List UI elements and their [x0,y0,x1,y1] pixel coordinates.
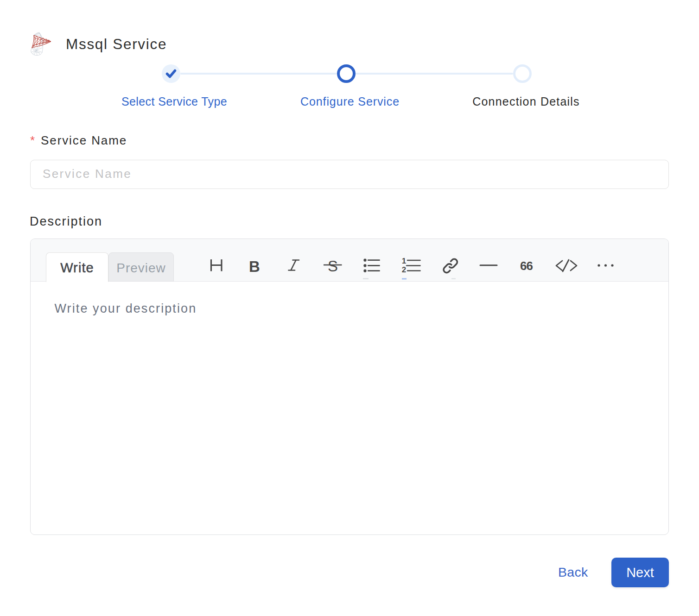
svg-text:2: 2 [402,265,406,274]
svg-text:1: 1 [402,257,406,265]
